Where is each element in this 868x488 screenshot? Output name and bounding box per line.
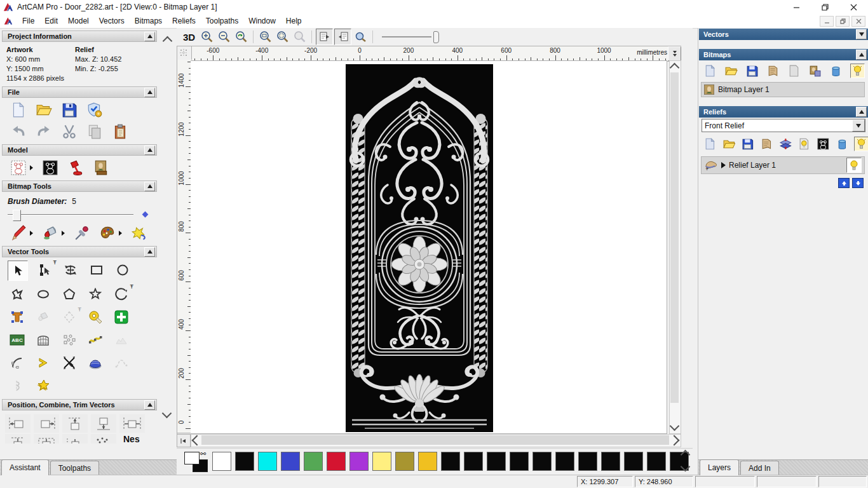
delete-relief-icon[interactable] [836, 137, 849, 151]
scroll-down-arrow[interactable] [162, 409, 172, 419]
scroll-up-arrow[interactable] [670, 63, 680, 73]
menu-item-reliefs[interactable]: Reliefs [167, 15, 201, 27]
flood-fill-icon[interactable] [42, 225, 58, 241]
position-combine-header[interactable]: Position, Combine, Trim Vectors [2, 399, 157, 410]
new-model-icon[interactable] [10, 102, 27, 118]
tab-assistant[interactable]: Assistant [1, 459, 49, 475]
toggle-vector-visibility-button[interactable] [334, 29, 351, 45]
preview-relief-icon[interactable] [353, 29, 369, 44]
relief-layer-expander[interactable] [721, 162, 726, 168]
tab-toolpaths[interactable]: Toolpaths [50, 461, 99, 475]
create-arc-tool[interactable]: Ŧ [112, 285, 131, 304]
colour-swatch-10[interactable] [441, 452, 460, 471]
model-section-header[interactable]: Model [2, 144, 157, 156]
paint-brush-icon[interactable] [10, 225, 27, 241]
join-vectors-tool[interactable] [34, 353, 53, 372]
menu-item-bitmaps[interactable]: Bitmaps [130, 15, 167, 27]
blank-page-icon[interactable] [787, 64, 801, 78]
ruler-units-dropdown[interactable] [668, 46, 681, 61]
scroll-left-arrow[interactable] [192, 435, 203, 446]
door-relief-artwork[interactable] [346, 64, 493, 432]
paste-array-tool[interactable] [91, 434, 116, 444]
node-editing-tool[interactable]: Ŧ [35, 261, 54, 280]
select-vectors-tool[interactable] [8, 261, 28, 281]
primary-secondary-colour[interactable]: ⚯ [184, 452, 210, 473]
scroll-down-arrow[interactable] [670, 421, 680, 431]
load-bitmap-icon[interactable] [93, 159, 109, 176]
colour-swatch-4[interactable] [304, 452, 323, 471]
collapse-file-button[interactable] [144, 88, 155, 97]
create-ellipse-tool[interactable] [34, 285, 53, 304]
relief-layer-row[interactable]: + Relief Layer 1 [701, 156, 865, 174]
new-relief-icon[interactable] [703, 137, 717, 151]
tab-layers[interactable]: Layers [700, 459, 739, 475]
mdi-close-button[interactable] [851, 16, 865, 27]
contrast-slider-handle[interactable] [433, 31, 439, 43]
open-file-icon[interactable] [36, 102, 52, 118]
zoom-fit-icon[interactable] [257, 29, 273, 44]
ruler-origin-icon[interactable] [177, 46, 192, 60]
light-settings-icon[interactable] [67, 159, 84, 176]
colour-link-icon[interactable]: ⚯ [200, 450, 206, 458]
align-center-tool-4[interactable] [62, 434, 88, 444]
fill-flyout-arrow[interactable] [62, 231, 65, 236]
palette-flyout-arrow[interactable] [119, 231, 122, 236]
fillet-tool[interactable] [8, 353, 27, 372]
colour-swatch-5[interactable] [327, 452, 346, 471]
ruler-corner-button[interactable] [177, 434, 191, 447]
relief-combo-dropdown-button[interactable] [852, 119, 865, 132]
align-top-tool[interactable] [62, 414, 88, 433]
project-information-header[interactable]: Project Information [2, 30, 157, 42]
scroll-right-arrow[interactable] [669, 435, 680, 446]
colour-swatch-1[interactable] [235, 452, 254, 471]
primary-colour-swatch[interactable] [184, 452, 200, 464]
colour-swatch-11[interactable] [464, 452, 483, 471]
collapse-model-button[interactable] [144, 146, 155, 155]
zoom-in-icon[interactable] [199, 29, 215, 44]
zoom-box-icon[interactable] [275, 29, 290, 44]
expand-vectors-button[interactable] [856, 29, 867, 39]
colour-swatch-8[interactable] [395, 452, 414, 471]
redo-icon[interactable] [36, 123, 52, 140]
nesting-tool[interactable]: Nes [123, 434, 140, 444]
menu-item-vectors[interactable]: Vectors [94, 15, 130, 27]
create-polyline-tool[interactable] [8, 285, 27, 304]
move-layer-up-button[interactable] [838, 178, 850, 188]
open-bitmap-icon[interactable] [724, 64, 738, 78]
colour-swatch-7[interactable] [372, 452, 391, 471]
colour-swatch-17[interactable] [601, 452, 620, 471]
slider-handle[interactable] [13, 210, 21, 221]
extrude-tool[interactable] [86, 353, 105, 372]
reliefs-panel-header[interactable]: Reliefs [699, 106, 868, 118]
vectors-panel-header[interactable]: Vectors [699, 29, 868, 40]
toggle-relief-visibility-button[interactable] [854, 137, 868, 151]
model-flyout-arrow[interactable] [30, 165, 33, 170]
slider-track[interactable] [8, 214, 133, 215]
invert-model-icon[interactable] [42, 159, 58, 176]
palette-scroll[interactable] [680, 450, 690, 475]
measure-tool[interactable] [86, 308, 105, 327]
assistant-scrollbar[interactable] [162, 36, 172, 418]
create-polygon-tool[interactable] [60, 285, 79, 304]
colour-swatch-14[interactable] [532, 452, 552, 471]
zoom-objects-icon[interactable] [292, 29, 308, 44]
create-star-tool[interactable] [86, 285, 105, 304]
bitmap-layer-row[interactable]: Bitmap Layer 1 [701, 82, 865, 97]
colour-swatch-13[interactable] [510, 452, 529, 471]
scroll-up-arrow[interactable] [162, 36, 172, 46]
undo-icon[interactable] [10, 123, 27, 140]
colour-swatch-19[interactable] [647, 452, 666, 471]
block-copy-tool[interactable] [60, 330, 79, 349]
horizontal-scrollbar[interactable] [191, 434, 681, 447]
new-bitmap-icon[interactable] [703, 64, 717, 78]
bitmaps-panel-header[interactable]: Bitmaps [699, 49, 868, 60]
import-clipboard-icon[interactable] [112, 123, 128, 140]
contrast-slider-track[interactable] [382, 36, 431, 37]
offset-vectors-tool[interactable]: Ŧ [60, 308, 79, 327]
colour-swatch-16[interactable] [578, 452, 597, 471]
colour-swatch-0[interactable] [212, 452, 231, 471]
menu-item-edit[interactable]: Edit [39, 15, 63, 27]
relief-greyscale-icon[interactable] [817, 137, 830, 151]
center-horizontal-tool[interactable] [119, 414, 145, 433]
zoom-out-icon[interactable] [216, 29, 232, 44]
